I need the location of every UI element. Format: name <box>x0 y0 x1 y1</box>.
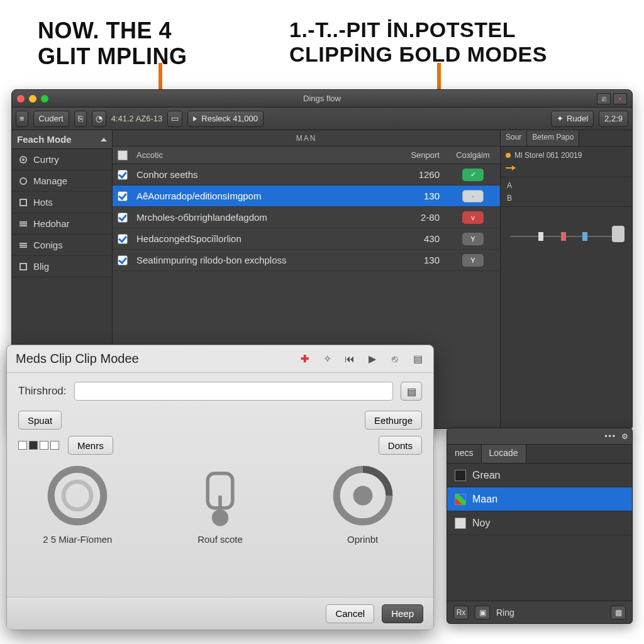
play-icon[interactable]: ▶ <box>365 352 379 366</box>
tool-b-icon[interactable]: ◔ <box>92 111 106 127</box>
row-checkbox[interactable] <box>118 255 128 265</box>
locade-item-maan[interactable]: Maan <box>447 487 632 511</box>
col-senport[interactable]: Senport <box>389 150 446 160</box>
resleck-button[interactable]: Resleck 41,000 <box>187 111 264 127</box>
sidebar-item-manage[interactable]: Manage <box>12 170 112 192</box>
row-badge[interactable]: ✓ <box>462 169 484 181</box>
sidebar-header[interactable]: Feach Mode <box>12 130 112 149</box>
main-toolbar: ≡ Cudert ⎘ ◔ 4:41.2 AZ6-13 ▭ Resleck 41,… <box>12 108 632 130</box>
slider-area[interactable] <box>501 207 632 428</box>
link-icon[interactable]: ⎋ <box>388 352 402 366</box>
panel-gear-icon[interactable]: ⚙ <box>621 432 628 441</box>
row-name: HedacongёdSpociîlorlion <box>133 233 389 244</box>
foot-icon-b[interactable]: ▦ <box>611 606 626 619</box>
plus-icon[interactable]: ✚ <box>297 352 311 366</box>
header-checkbox[interactable] <box>118 150 128 160</box>
sparkle-icon: ✦ <box>557 114 564 123</box>
table-row[interactable]: AêAourradop/editionsImgpom130· <box>113 186 500 207</box>
hamburger-button[interactable]: ≡ <box>16 111 28 127</box>
col-cost[interactable]: Coзlgáim <box>446 150 500 160</box>
row-name: Conhor seeths <box>133 169 389 180</box>
foot-icon-a[interactable]: ▣ <box>475 606 490 619</box>
tool-c-icon[interactable]: ▭ <box>167 111 182 127</box>
row-value: 1260 <box>389 169 446 180</box>
ring-dot-icon <box>18 155 28 165</box>
add-node-icon[interactable]: ✧ <box>320 352 334 366</box>
dial-caption: Oprinbt <box>347 534 378 545</box>
toggle-boxes[interactable] <box>18 441 59 450</box>
rpanel-tab-sour[interactable]: Sour <box>501 130 527 146</box>
clip-mode-dialog: Meds Clip Clip Modee ✚ ✧ ⏮ ▶ ⎋ ▤ Thirshr… <box>6 345 434 630</box>
traffic-lights[interactable] <box>17 95 48 103</box>
dial-caption: 2 5 Miar-Fïomen <box>43 534 112 545</box>
row-name: Seatinmpuring rilodo-bon еxchploss <box>133 255 389 265</box>
minimize-dot[interactable] <box>29 95 36 103</box>
window-tool-icon[interactable]: ⎚ <box>597 93 611 104</box>
section-label: MAN <box>113 130 500 147</box>
rx-button[interactable]: Rx <box>453 606 469 619</box>
row-badge[interactable]: v <box>462 211 484 224</box>
zoom-dot[interactable] <box>41 95 48 103</box>
row-checkbox[interactable] <box>118 170 128 180</box>
sidebar-item-hedohar[interactable]: Hedohar <box>12 213 112 235</box>
rudel-button[interactable]: ✦ Rudel <box>551 111 594 127</box>
threshold-input[interactable] <box>74 382 393 401</box>
tab-necs[interactable]: necs <box>447 445 482 463</box>
table-row[interactable]: Seatinmpuring rilodo-bon еxchploss130Y <box>113 250 500 271</box>
table-row[interactable]: HedacongёdSpociîlorlion430Y <box>113 228 500 250</box>
slider-thumb-3[interactable] <box>582 232 587 241</box>
dial-1[interactable]: Rouf scote <box>164 461 277 545</box>
close-dot[interactable] <box>17 95 25 103</box>
chevron-up-icon <box>101 138 107 142</box>
menrs-button[interactable]: Menrs <box>68 436 113 455</box>
play-icon <box>193 116 197 121</box>
locade-item-noy[interactable]: Noy <box>447 511 632 535</box>
svg-point-6 <box>52 469 104 522</box>
titlebar[interactable]: Dings flow ⎚ × <box>12 90 632 108</box>
row-badge[interactable]: Y <box>462 254 484 267</box>
threshold-list-button[interactable]: ▤ <box>401 382 422 401</box>
sidebar-item-label: Curtry <box>33 154 59 165</box>
dial-0[interactable]: 2 5 Miar-Fïomen <box>21 461 135 545</box>
sidebar-item-conigs[interactable]: Conigs <box>12 235 112 256</box>
row-checkbox[interactable] <box>118 213 128 223</box>
slider-thumb-1[interactable] <box>538 232 543 241</box>
locade-item-grean[interactable]: Grean <box>447 464 632 487</box>
sidebar-item-blig[interactable]: Blig <box>12 256 112 277</box>
list-icon[interactable]: ▤ <box>411 352 425 366</box>
squat-button[interactable]: Sрuat <box>18 411 62 430</box>
cudert-button[interactable]: Cudert <box>33 111 69 127</box>
rpanel-tab-betem[interactable]: Betem Paро <box>527 130 579 146</box>
sidebar-item-hots[interactable]: Hots <box>12 192 112 213</box>
ethurge-button[interactable]: Еethurge <box>365 411 422 430</box>
cancel-button[interactable]: Cancel <box>326 604 374 623</box>
dial-2[interactable]: Oprinbt <box>306 461 419 545</box>
row-checkbox[interactable] <box>118 191 128 201</box>
table-header: Accotic Senport Coзlgáim <box>113 147 500 164</box>
sidebar-header-label: Feach Mode <box>17 134 72 145</box>
sidebar-item-curtry[interactable]: Curtry <box>12 149 112 170</box>
row-badge[interactable]: Y <box>462 233 484 245</box>
table-row[interactable]: Mrcholes-oбbrrighlandefagdom2-80v <box>113 207 500 228</box>
label-b: B <box>507 194 626 203</box>
col-name[interactable]: Accotic <box>133 150 389 160</box>
tool-a-icon[interactable]: ⎘ <box>74 111 87 127</box>
row-checkbox[interactable] <box>118 234 128 244</box>
svg-point-9 <box>212 509 228 526</box>
status-dot-icon <box>506 153 511 158</box>
sidebar-item-label: Hots <box>33 197 53 208</box>
row-badge[interactable]: · <box>462 190 484 203</box>
heep-button[interactable]: Heep <box>382 604 423 623</box>
row-value: 430 <box>389 233 446 244</box>
window-close-icon[interactable]: × <box>613 93 627 104</box>
donts-button[interactable]: Donts <box>379 436 422 455</box>
rudel-label: Rudel <box>567 114 588 123</box>
rewind-icon[interactable]: ⏮ <box>343 352 357 366</box>
knob-icon[interactable] <box>612 226 625 242</box>
slider-thumb-2[interactable] <box>561 232 566 241</box>
bars-icon <box>18 219 28 229</box>
table-row[interactable]: Conhor seeths1260✓ <box>113 164 500 186</box>
arrow-right-icon <box>506 167 514 169</box>
panel-menu-icon[interactable]: ••• <box>604 432 616 441</box>
tab-locade[interactable]: Locade <box>482 445 526 463</box>
